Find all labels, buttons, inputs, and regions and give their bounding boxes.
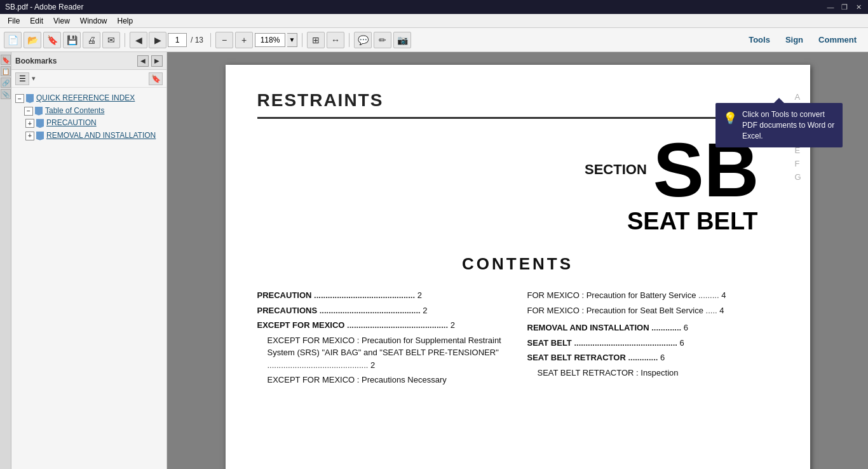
close-button[interactable]: ✕ xyxy=(854,3,863,11)
toc-except-mexico-precaution-label: EXCEPT FOR MEXICO : Precaution for Suppl… xyxy=(268,336,501,358)
properties-button[interactable]: 🔖 xyxy=(43,32,61,48)
left-tab-3[interactable]: 🔗 xyxy=(1,78,11,88)
menu-edit[interactable]: Edit xyxy=(25,15,48,27)
sidebar-header: Bookmarks ◀ ▶ xyxy=(11,52,166,70)
snapshot-button[interactable]: 📷 xyxy=(393,32,411,48)
bookmark-removal-icon xyxy=(36,132,44,140)
prev-page-button[interactable]: ◀ xyxy=(130,32,147,48)
save-button[interactable]: 💾 xyxy=(63,32,81,48)
page-total-label: / 13 xyxy=(188,36,206,44)
toolbar-right-section: Tools Sign Comment xyxy=(741,32,864,47)
bookmark-precaution-toggle[interactable]: + xyxy=(25,119,34,128)
zoom-in-button[interactable]: + xyxy=(235,32,253,48)
toc-except-mexico-necessary-label: EXCEPT FOR MEXICO : Precautions Necessar… xyxy=(268,375,447,384)
toc-precaution-page: 2 xyxy=(417,290,422,300)
toc-entry-except-mexico: EXCEPT FOR MEXICO ......................… xyxy=(257,319,508,332)
restore-button[interactable]: ❐ xyxy=(840,3,849,11)
toc-precautions-dots: ........................................… xyxy=(320,306,421,315)
toc-entry-seat-belt-retractor: SEAT BELT RETRACTOR ............. 6 xyxy=(527,351,778,364)
toc-seat-belt-page: 6 xyxy=(680,338,684,348)
next-page-button[interactable]: ▶ xyxy=(149,32,166,48)
bookmark-options-button[interactable]: ☰ xyxy=(15,72,29,85)
sign-button[interactable]: Sign xyxy=(778,32,811,47)
minimize-button[interactable]: — xyxy=(826,3,835,11)
bookmark-qri-icon xyxy=(25,94,34,103)
bookmark-toc-label[interactable]: Table of Contents xyxy=(45,106,104,116)
toc-removal-page: 6 xyxy=(684,323,688,332)
index-letter-g[interactable]: G xyxy=(790,170,804,184)
pdf-viewer[interactable]: 💡 Click on Tools to convert PDF document… xyxy=(167,52,868,469)
toc-seat-belt-retractor-inspection-label: SEAT BELT RETRACTOR : Inspection xyxy=(538,368,679,377)
toc-seat-belt-label: SEAT BELT xyxy=(527,338,572,348)
toc-left-column: PRECAUTION .............................… xyxy=(257,287,508,389)
toc-for-mexico-seat-belt-page: 4 xyxy=(719,306,724,315)
toc-precaution-dots: ........................................… xyxy=(314,290,415,300)
bookmark-precaution-label[interactable]: PRECAUTION xyxy=(46,118,97,128)
window-controls: — ❐ ✕ xyxy=(826,3,863,11)
section-block: SECTION SB SEAT BELT xyxy=(257,132,778,235)
left-tab-2[interactable]: 📋 xyxy=(1,66,11,76)
comment-tab-button[interactable]: Comment xyxy=(811,32,864,47)
toolbar-separator-2 xyxy=(210,33,211,47)
menu-file[interactable]: File xyxy=(3,15,25,27)
page-number-input[interactable] xyxy=(168,33,187,47)
zoom-dropdown-button[interactable]: ▼ xyxy=(287,33,297,47)
toolbar-separator-1 xyxy=(125,33,125,47)
toc-except-mexico-page: 2 xyxy=(451,320,455,330)
toc-entry-for-mexico-seat-belt: FOR MEXICO : Precaution for Seat Belt Se… xyxy=(527,304,778,317)
index-letter-a[interactable]: A xyxy=(790,90,804,104)
toc-entry-seat-belt-retractor-inspection: SEAT BELT RETRACTOR : Inspection xyxy=(527,367,778,379)
bookmark-qri-row[interactable]: − QUICK REFERENCE INDEX xyxy=(14,93,164,104)
menu-window[interactable]: Window xyxy=(75,15,112,27)
bookmark-toc-row[interactable]: − Table of Contents xyxy=(14,105,164,117)
toc-removal-label: REMOVAL AND INSTALLATION xyxy=(527,323,649,332)
bookmark-qri-toggle[interactable]: − xyxy=(15,94,24,103)
bookmark-removal: + REMOVAL AND INSTALLATION xyxy=(24,130,164,142)
zoom-out-button[interactable]: − xyxy=(215,32,233,48)
left-tab-strip: 🔖 📋 🔗 📎 xyxy=(0,52,11,469)
zoom-input[interactable] xyxy=(255,33,285,47)
sidebar-header-buttons: ◀ ▶ xyxy=(137,55,163,67)
toc-except-mexico-precaution-page: 2 xyxy=(370,360,375,370)
bookmark-removal-row[interactable]: + REMOVAL AND INSTALLATION xyxy=(24,130,164,142)
window-title: SB.pdf - Adobe Reader xyxy=(5,3,826,11)
sidebar-expand-button[interactable]: ▶ xyxy=(151,55,163,67)
bookmark-precaution-icon xyxy=(36,119,44,128)
section-row: SECTION SB xyxy=(257,132,759,208)
email-button[interactable]: ✉ xyxy=(102,32,120,48)
new-button[interactable]: 📄 xyxy=(4,32,22,48)
menu-view[interactable]: View xyxy=(48,15,75,27)
contents-title: CONTENTS xyxy=(257,254,778,274)
bookmark-toc-icon xyxy=(34,107,43,116)
index-letter-f[interactable]: F xyxy=(790,157,804,170)
print-button[interactable]: 🖨 xyxy=(83,32,100,48)
left-tab-4[interactable]: 📎 xyxy=(1,89,11,99)
page-header: RESTRAINTS xyxy=(257,90,778,119)
toc-precautions-page: 2 xyxy=(423,306,427,315)
comment-button[interactable]: 💬 xyxy=(354,32,372,48)
navigation-controls: ◀ ▶ / 13 xyxy=(130,32,206,48)
sidebar-collapse-button[interactable]: ◀ xyxy=(137,55,149,67)
left-tab-1[interactable]: 🔖 xyxy=(1,55,11,65)
toc-right-column: FOR MEXICO : Precaution for Battery Serv… xyxy=(527,287,778,389)
toc-entry-precautions: PRECAUTIONS ............................… xyxy=(257,304,508,317)
toc-for-mexico-battery-page: 4 xyxy=(721,290,726,300)
open-button[interactable]: 📂 xyxy=(24,32,41,48)
toc-columns: PRECAUTION .............................… xyxy=(257,287,778,389)
bookmark-toc-toggle[interactable]: − xyxy=(24,107,33,116)
tools-button[interactable]: Tools xyxy=(741,32,778,47)
menu-help[interactable]: Help xyxy=(112,15,139,27)
tooltip-bulb-icon: 💡 xyxy=(723,111,737,126)
fit-page-button[interactable]: ⊞ xyxy=(307,32,325,48)
fit-width-button[interactable]: ↔ xyxy=(327,32,344,48)
new-bookmark-button[interactable]: 🔖 xyxy=(149,72,163,85)
toolbar: 📄 📂 🔖 💾 🖨 ✉ ◀ ▶ / 13 − + ▼ ⊞ ↔ 💬 ✏ 📷 Too… xyxy=(0,28,868,52)
bookmark-precaution-row[interactable]: + PRECAUTION xyxy=(24,118,164,129)
toc-for-mexico-seat-belt-label: FOR MEXICO : Precaution for Seat Belt Se… xyxy=(527,306,703,315)
bookmark-qri-label[interactable]: QUICK REFERENCE INDEX xyxy=(36,93,135,104)
highlight-button[interactable]: ✏ xyxy=(374,32,391,48)
toc-seat-belt-retractor-label: SEAT BELT RETRACTOR xyxy=(527,353,626,362)
bookmark-removal-toggle[interactable]: + xyxy=(25,132,34,140)
section-name: SEAT BELT xyxy=(627,208,757,234)
bookmark-removal-label[interactable]: REMOVAL AND INSTALLATION xyxy=(46,131,156,141)
